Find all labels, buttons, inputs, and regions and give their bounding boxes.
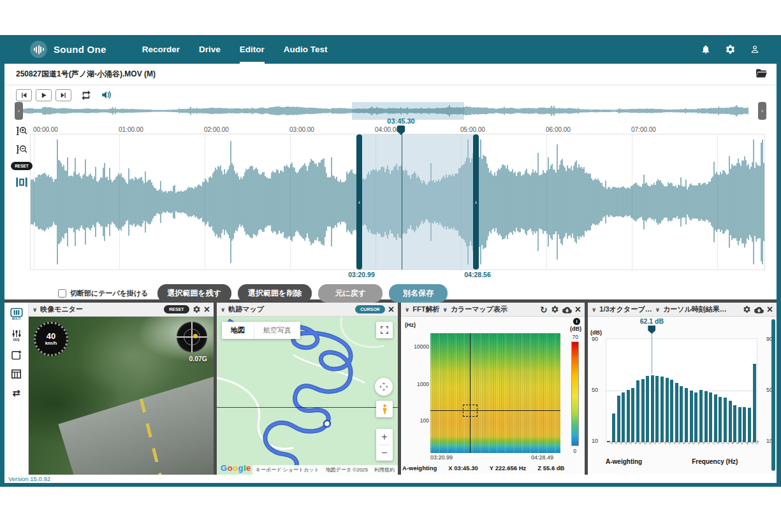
spectrogram[interactable] [430,333,560,453]
octave-bar [636,380,639,442]
octave-scrollbar[interactable] [771,319,775,471]
video-settings-gear-icon[interactable] [193,305,201,313]
chevron-down-icon[interactable]: ∨ [655,306,660,313]
waveform-overview[interactable]: ‹ › [16,103,765,119]
multi-view-icon[interactable]: MULTI [10,308,23,320]
map-zoom-in-button[interactable]: + [381,429,387,445]
overview-left-handle[interactable]: ‹ [15,102,23,120]
file-title: 250827国道1号(芦ノ湖-小涌谷).MOV (M) [16,69,156,80]
video-monitor-panel: ∨ 映像モニター RESET × 40 km/h 0.07G [29,303,214,475]
open-folder-icon[interactable] [755,68,768,81]
octave-bar [646,376,649,442]
info-icon[interactable]: i [573,318,580,325]
octave-bar-chart[interactable] [606,338,757,443]
map-fullscreen-button[interactable] [376,322,393,338]
video-close-icon[interactable]: × [204,305,210,315]
overview-right-handle[interactable]: › [758,102,766,120]
map-terms-link[interactable]: 利用規約 [371,465,398,475]
brand-title: Sound One [54,44,106,55]
selection-view-icon[interactable] [15,176,29,189]
chevron-down-icon[interactable]: ∨ [442,306,447,313]
play-button[interactable] [36,89,52,101]
selection-left-handle[interactable]: ‹ [356,134,362,270]
octave-bar [622,392,625,442]
time-tick: 04:00.00 [375,126,400,133]
nav-item-drive[interactable]: Drive [199,35,221,64]
undo-button[interactable]: 元に戻す [318,284,383,303]
octave-x-axis-label: Frequency (Hz) [692,458,738,465]
selection-end-label: 04:28.56 [464,271,490,278]
octave-bar [719,397,722,442]
time-tick: 01:00.00 [119,126,143,133]
video-panel-title: 映像モニター [40,305,83,314]
map-zoom-out-button[interactable]: − [381,445,387,461]
octave-panel-subtitle: カーソル時刻結果… [663,305,727,314]
time-tick: 03:00.00 [289,126,314,133]
chevron-down-icon[interactable]: ∨ [221,306,225,313]
video-reset-button[interactable]: RESET [164,305,189,313]
map-shortcuts-link[interactable]: キーボード ショートカット [252,465,323,475]
grid-view-icon[interactable] [11,369,22,379]
time-tick: 00:00.00 [33,126,58,133]
octave-settings-gear-icon[interactable] [743,305,751,313]
spectrogram-cursor-box[interactable] [463,405,478,417]
edit-actions: 切断部にテーパを掛ける 選択範囲を残す 選択範囲を削除 元に戻す 別名保存 [58,284,765,302]
freq-tick-10000: 10000 [414,343,429,350]
taper-checkbox[interactable] [58,289,66,298]
loop-icon[interactable] [80,90,92,100]
map-type-satellite-button[interactable]: 航空写真 [254,322,300,339]
gear-icon[interactable] [725,44,736,55]
nav-item-recorder[interactable]: Recorder [142,35,180,64]
save-as-button[interactable]: 別名保存 [389,284,448,303]
map-pan-button[interactable] [375,378,393,396]
chevron-down-icon[interactable]: ∨ [405,306,409,313]
fft-settings-gear-icon[interactable] [551,305,559,313]
add-panel-icon[interactable] [11,350,22,361]
time-tick: 06:00.00 [546,126,571,133]
map-pegman-button[interactable] [376,401,393,417]
fft-close-icon[interactable]: × [575,305,581,315]
volume-icon[interactable] [101,90,112,100]
map-cursor-button[interactable]: CURSOR [355,305,384,313]
account-icon[interactable] [750,44,760,55]
octave-bar [753,364,756,443]
map-close-icon[interactable]: × [388,305,394,315]
map-zoom-control: + − [376,429,393,461]
nav-item-editor[interactable]: Editor [240,35,265,64]
selection-right-handle[interactable]: › [473,134,479,270]
chevron-down-icon[interactable]: ∨ [592,306,596,313]
swap-panels-icon[interactable]: ⇄ [12,387,20,399]
bell-icon[interactable] [701,44,711,55]
octave-ytick-50-left: 50 [592,387,598,393]
fft-refresh-icon[interactable]: ↻ [540,305,548,315]
colorbar [571,341,579,446]
delete-selection-button[interactable]: 選択範囲を削除 [238,284,312,303]
octave-bar [627,390,630,442]
nav-item-audio-test[interactable]: Audio Test [284,35,328,64]
zoom-out-icon[interactable] [15,143,28,156]
g-force-value: 0.07G [189,355,207,363]
geq-icon[interactable]: GEQ [11,329,22,341]
octave-download-icon[interactable] [754,306,764,313]
waveform-main[interactable]: ‹ › [30,134,765,270]
skip-start-button[interactable] [16,89,32,101]
chevron-down-icon[interactable]: ∨ [33,306,37,313]
map-panel-title: 軌跡マップ [228,305,264,314]
zoom-reset-button[interactable]: RESET [11,162,33,170]
octave-close-icon[interactable]: × [767,305,773,315]
octave-cursor-marker[interactable] [648,326,655,334]
keep-selection-button[interactable]: 選択範囲を残す [157,284,232,303]
map-type-map-button[interactable]: 地図 [222,322,254,339]
navbar: Sound One Recorder Drive Editor Audio Te… [4,35,777,64]
map-canvas[interactable]: 地図 航空写真 + − Google キーボード ショートカット 地図データ © [217,317,398,475]
map-route [217,317,398,475]
octave-db-axis-label: (dB) [590,329,602,336]
freq-tick-100: 100 [420,417,429,424]
spectrogram-cursor-vline [470,333,471,453]
fft-panel-title: FFT解析 [412,305,439,314]
selection-region[interactable] [359,134,475,270]
fft-download-icon[interactable] [562,306,572,313]
skip-end-button[interactable] [55,89,71,101]
video-frame[interactable]: 40 km/h 0.07G [29,317,214,475]
zoom-in-icon[interactable] [15,125,28,138]
